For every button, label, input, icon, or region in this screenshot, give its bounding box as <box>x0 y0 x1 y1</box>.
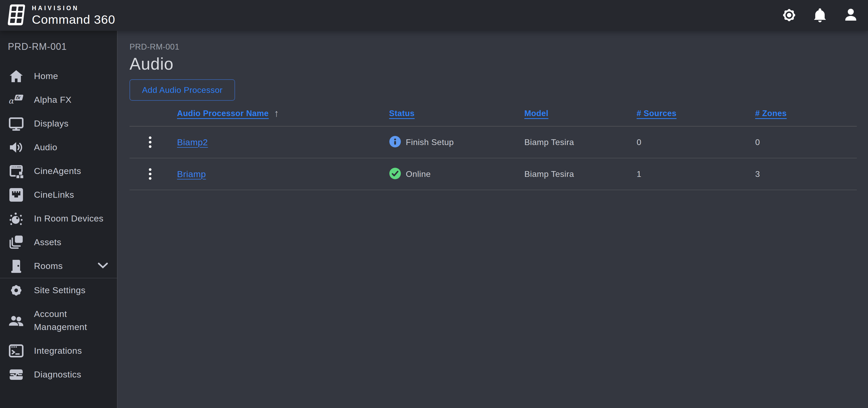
top-bar: HAIVISION Command 360 <box>0 0 868 31</box>
notifications-button[interactable] <box>812 7 828 24</box>
status-online-icon <box>389 168 401 180</box>
sources-cell: 0 <box>637 137 755 147</box>
sidebar-item-cineagents[interactable]: CineAgents <box>0 159 117 183</box>
app-window: HAIVISION Command 360 <box>0 0 868 408</box>
sidebar-room-label: PRD-RM-001 <box>0 31 117 52</box>
sort-ascending-icon[interactable]: ↑ <box>274 108 279 119</box>
settings-button[interactable] <box>781 7 798 24</box>
settings-icon <box>781 7 797 24</box>
topbar-actions <box>781 7 859 24</box>
in-room-devices-icon <box>8 211 25 226</box>
status-text: Finish Setup <box>406 137 454 147</box>
sidebar-item-label: Displays <box>34 117 68 130</box>
svg-text:α: α <box>8 96 14 105</box>
sidebar-item-label: Home <box>34 70 58 82</box>
sidebar-item-home[interactable]: Home <box>0 64 117 88</box>
integrations-icon <box>8 344 25 358</box>
column-header-sources[interactable]: # Sources <box>637 109 677 118</box>
zones-cell: 0 <box>755 137 857 147</box>
page-title: Audio <box>129 54 868 74</box>
sidebar-item-alpha-fx[interactable]: α fx Alpha FX <box>0 88 117 112</box>
row-actions-kebab-button[interactable] <box>145 166 156 182</box>
audio-icon <box>8 140 25 155</box>
sidebar-item-label: Alpha FX <box>34 93 71 106</box>
sidebar-item-diagnostics[interactable]: Diagnostics <box>0 363 117 386</box>
chevron-down-icon[interactable] <box>98 262 108 270</box>
account-management-icon <box>8 313 25 328</box>
sidebar-item-rooms[interactable]: Rooms <box>0 254 117 278</box>
row-actions-kebab-button[interactable] <box>145 134 156 150</box>
table-row: Biamp2 Finish Setup Biamp Tesira 0 0 <box>129 127 857 158</box>
sidebar-item-label: CineAgents <box>34 165 81 177</box>
rooms-icon <box>8 259 25 273</box>
model-cell: Biamp Tesira <box>524 137 637 147</box>
sidebar-item-label: Account Management <box>34 308 99 333</box>
sidebar-item-site-settings[interactable]: Site Settings <box>0 278 117 302</box>
table-header-row: Audio Processor Name ↑ Status Model # So… <box>129 101 857 127</box>
add-audio-processor-button[interactable]: Add Audio Processor <box>129 79 235 101</box>
zones-cell: 3 <box>755 169 857 179</box>
sidebar-item-label: Site Settings <box>34 284 85 297</box>
model-cell: Biamp Tesira <box>524 169 637 179</box>
alpha-fx-icon: α fx <box>8 93 25 107</box>
brand-name: HAIVISION <box>32 5 115 11</box>
assets-icon <box>8 235 25 250</box>
sidebar-item-account-management[interactable]: Account Management <box>0 302 117 339</box>
sidebar-item-label: In Room Devices <box>34 212 103 225</box>
sidebar-item-audio[interactable]: Audio <box>0 135 117 159</box>
processor-name-link[interactable]: Biamp2 <box>177 137 389 147</box>
column-header-name[interactable]: Audio Processor Name <box>177 109 269 118</box>
status-info-icon <box>389 136 401 149</box>
sidebar-item-in-room-devices[interactable]: In Room Devices <box>0 207 117 230</box>
column-header-model[interactable]: Model <box>524 109 548 118</box>
sidebar-item-label: Assets <box>34 236 61 249</box>
account-icon <box>843 8 858 23</box>
column-header-status[interactable]: Status <box>389 109 415 118</box>
home-icon <box>8 69 25 83</box>
brand-product: Command 360 <box>32 13 115 26</box>
cinelinks-icon <box>8 188 25 202</box>
diagnostics-icon <box>8 367 25 382</box>
sidebar-item-integrations[interactable]: Integrations <box>0 339 117 363</box>
brand-text: HAIVISION Command 360 <box>32 5 115 26</box>
processor-name-link[interactable]: Briamp <box>177 169 389 179</box>
notifications-icon <box>813 7 827 24</box>
sidebar-item-assets[interactable]: Assets <box>0 230 117 254</box>
sidebar-item-label: CineLinks <box>34 189 74 201</box>
column-header-zones[interactable]: # Zones <box>755 109 787 118</box>
main-content: PRD-RM-001 Audio Add Audio Processor Aud… <box>118 31 868 408</box>
site-settings-gear-icon <box>8 283 25 298</box>
displays-icon <box>8 116 25 131</box>
sidebar-item-label: Diagnostics <box>34 368 81 381</box>
sidebar-item-label: Integrations <box>34 344 82 357</box>
brand: HAIVISION Command 360 <box>8 4 115 27</box>
audio-processor-table: Audio Processor Name ↑ Status Model # So… <box>129 101 857 190</box>
cineagents-icon <box>8 164 25 178</box>
sidebar-item-cinelinks[interactable]: CineLinks <box>0 183 117 207</box>
sidebar: PRD-RM-001 Home α fx <box>0 31 118 408</box>
sidebar-item-label: Rooms <box>34 260 63 272</box>
sidebar-nav: Home α fx Alpha FX <box>0 64 117 386</box>
sources-cell: 1 <box>637 169 755 179</box>
table-row: Briamp Online Biamp Tesira 1 3 <box>129 158 857 190</box>
breadcrumb: PRD-RM-001 <box>129 42 868 52</box>
haivision-logo-icon <box>8 4 26 27</box>
sidebar-item-label: Audio <box>34 141 57 154</box>
status-text: Online <box>406 169 431 179</box>
sidebar-item-displays[interactable]: Displays <box>0 112 117 135</box>
account-button[interactable] <box>842 7 859 24</box>
